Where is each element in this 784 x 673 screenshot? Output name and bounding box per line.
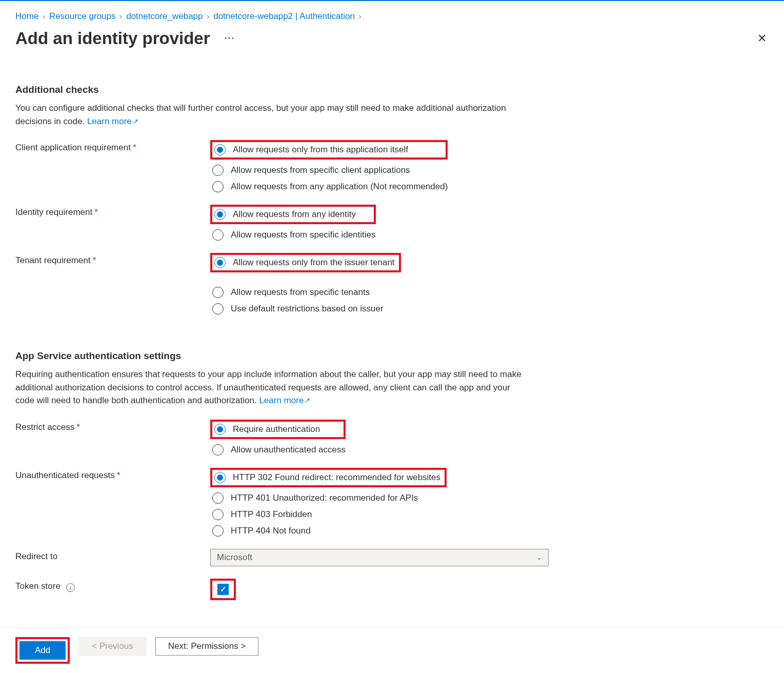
field-client-app-requirement: Client application requirement* Allow re… xyxy=(15,140,769,192)
required-mark: * xyxy=(94,207,98,217)
field-redirect-to: Redirect to Microsoft ⌄ xyxy=(15,549,769,566)
section-additional-checks-title: Additional checks xyxy=(15,84,769,95)
section-app-service-auth-desc: Requiring authentication ensures that re… xyxy=(15,368,528,407)
radio-row-unauth-opt2: HTTP 401 Unauthorized: recommended for A… xyxy=(210,492,447,504)
unauth-requests-label: Unauthenticated requests* xyxy=(15,468,210,481)
breadcrumb-home[interactable]: Home xyxy=(15,11,38,22)
highlight-client-app-opt1: Allow requests only from this applicatio… xyxy=(210,140,448,160)
breadcrumb-resource-groups[interactable]: Resource groups xyxy=(49,11,115,22)
highlight-unauth-opt1: HTTP 302 Found redirect: recommended for… xyxy=(210,468,447,487)
field-unauth-requests: Unauthenticated requests* HTTP 302 Found… xyxy=(15,468,769,537)
radio-row-client-opt2: Allow requests from specific client appl… xyxy=(210,165,448,176)
redirect-to-dropdown[interactable]: Microsoft ⌄ xyxy=(210,549,549,566)
radio-http-403[interactable] xyxy=(212,509,224,520)
radio-label-restrict-opt2[interactable]: Allow unauthenticated access xyxy=(231,445,346,455)
radio-client-specific[interactable] xyxy=(212,165,224,176)
learn-more-text: Learn more xyxy=(87,116,132,126)
previous-button[interactable]: < Previous xyxy=(79,637,146,656)
client-app-label-text: Client application requirement xyxy=(15,143,131,152)
radio-row-identity-opt2: Allow requests from specific identities xyxy=(210,229,376,241)
unauth-radio-group: HTTP 302 Found redirect: recommended for… xyxy=(210,468,447,537)
radio-http-401[interactable] xyxy=(212,492,224,504)
radio-label-client-opt2[interactable]: Allow requests from specific client appl… xyxy=(231,165,410,175)
radio-row-client-opt3: Allow requests from any application (Not… xyxy=(210,181,448,192)
radio-label-client-opt3[interactable]: Allow requests from any application (Not… xyxy=(231,182,448,192)
identity-label-text: Identity requirement xyxy=(15,207,92,217)
learn-more-link-checks[interactable]: Learn more↗ xyxy=(87,116,138,126)
token-store-checkbox[interactable]: ✓ xyxy=(217,584,229,595)
radio-row-tenant-opt3: Use default restrictions based on issuer xyxy=(210,303,401,314)
field-identity-requirement: Identity requirement* Allow requests fro… xyxy=(15,205,769,241)
next-permissions-button[interactable]: Next: Permissions > xyxy=(155,637,259,656)
radio-label-unauth-opt4[interactable]: HTTP 404 Not found xyxy=(231,526,311,536)
info-icon[interactable]: i xyxy=(66,583,75,592)
restrict-access-label: Restrict access* xyxy=(15,420,210,432)
page-header: Add an identity provider ··· ✕ xyxy=(15,29,769,53)
field-restrict-access: Restrict access* Require authentication … xyxy=(15,420,769,456)
radio-client-any[interactable] xyxy=(212,181,224,192)
breadcrumb-authentication[interactable]: dotnetcore-webapp2 | Authentication xyxy=(213,11,355,22)
required-mark: * xyxy=(76,422,80,432)
required-mark: * xyxy=(133,143,136,152)
radio-tenant-specific[interactable] xyxy=(212,287,224,298)
tenant-requirement-label: Tenant requirement* xyxy=(15,253,210,266)
highlight-token-store-checkbox: ✓ xyxy=(210,579,236,600)
chevron-right-icon: › xyxy=(119,12,124,21)
breadcrumb-webapp-group[interactable]: dotnetcore_webapp xyxy=(126,11,203,22)
highlight-add-button: Add xyxy=(15,637,70,664)
radio-tenant-issuer[interactable] xyxy=(214,257,226,268)
radio-label-identity-opt2[interactable]: Allow requests from specific identities xyxy=(231,230,376,240)
radio-label-tenant-opt1[interactable]: Allow requests only from the issuer tena… xyxy=(233,258,395,268)
more-options-icon[interactable]: ··· xyxy=(225,33,235,44)
breadcrumb: Home › Resource groups › dotnetcore_weba… xyxy=(15,5,769,29)
highlight-restrict-opt1: Require authentication xyxy=(210,420,346,439)
chevron-right-icon: › xyxy=(42,12,46,21)
external-link-icon: ↗ xyxy=(305,395,310,406)
radio-identity-specific[interactable] xyxy=(212,229,224,241)
radio-row-unauth-opt4: HTTP 404 Not found xyxy=(210,525,447,537)
required-mark: * xyxy=(92,255,96,265)
highlight-identity-opt1: Allow requests from any identity xyxy=(210,205,376,224)
section-additional-checks-desc: You can configure additional checks that… xyxy=(15,102,528,128)
chevron-down-icon: ⌄ xyxy=(536,553,542,561)
learn-more-link-auth[interactable]: Learn more↗ xyxy=(259,395,310,405)
tenant-label-text: Tenant requirement xyxy=(15,255,90,265)
client-app-requirement-label: Client application requirement* xyxy=(15,140,210,153)
external-link-icon: ↗ xyxy=(133,116,138,127)
section-app-service-auth-title: App Service authentication settings xyxy=(15,350,769,362)
learn-more-text-2: Learn more xyxy=(259,395,304,405)
highlight-tenant-opt1: Allow requests only from the issuer tena… xyxy=(210,253,401,272)
radio-label-unauth-opt2[interactable]: HTTP 401 Unauthorized: recommended for A… xyxy=(231,493,418,503)
radio-row-restrict-opt2: Allow unauthenticated access xyxy=(210,444,346,456)
radio-require-auth[interactable] xyxy=(214,424,226,435)
radio-http-302[interactable] xyxy=(214,472,226,483)
chevron-right-icon: › xyxy=(206,12,211,21)
radio-label-unauth-opt1[interactable]: HTTP 302 Found redirect: recommended for… xyxy=(233,472,440,483)
close-icon[interactable]: ✕ xyxy=(757,32,769,45)
unauth-label-text: Unauthenticated requests xyxy=(15,470,115,480)
page-title-text: Add an identity provider xyxy=(15,29,210,48)
radio-tenant-default[interactable] xyxy=(212,303,224,314)
radio-label-restrict-opt1[interactable]: Require authentication xyxy=(233,424,320,434)
radio-identity-any[interactable] xyxy=(214,209,226,220)
token-store-label-text: Token store xyxy=(15,581,61,591)
field-token-store: Token store i ✓ xyxy=(15,579,769,600)
chevron-right-icon: › xyxy=(358,12,363,21)
redirect-to-value: Microsoft xyxy=(217,552,252,563)
restrict-access-radio-group: Require authentication Allow unauthentic… xyxy=(210,420,346,456)
radio-http-404[interactable] xyxy=(212,525,224,537)
token-store-label: Token store i xyxy=(15,579,210,592)
radio-row-tenant-opt2: Allow requests from specific tenants xyxy=(210,287,401,298)
radio-client-app-only-this[interactable] xyxy=(214,144,226,155)
redirect-to-label: Redirect to xyxy=(15,549,210,562)
radio-label-tenant-opt3[interactable]: Use default restrictions based on issuer xyxy=(231,304,384,314)
radio-allow-unauth[interactable] xyxy=(212,444,224,456)
identity-radio-group: Allow requests from any identity Allow r… xyxy=(210,205,376,241)
tenant-radio-group: Allow requests only from the issuer tena… xyxy=(210,253,401,314)
radio-row-unauth-opt3: HTTP 403 Forbidden xyxy=(210,509,447,520)
radio-label-identity-opt1[interactable]: Allow requests from any identity xyxy=(233,209,356,220)
radio-label-unauth-opt3[interactable]: HTTP 403 Forbidden xyxy=(231,509,312,520)
radio-label-client-opt1[interactable]: Allow requests only from this applicatio… xyxy=(233,145,408,155)
radio-label-tenant-opt2[interactable]: Allow requests from specific tenants xyxy=(231,287,370,298)
add-button[interactable]: Add xyxy=(19,641,66,660)
